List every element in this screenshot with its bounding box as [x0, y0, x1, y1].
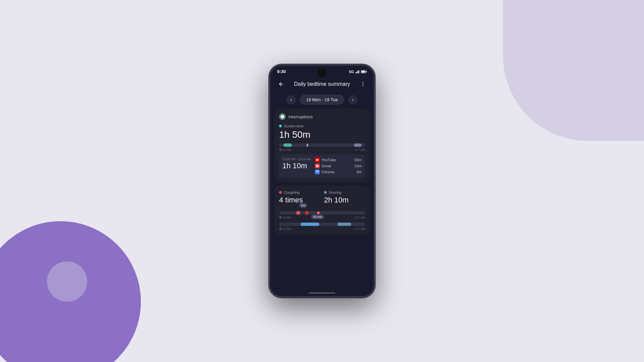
screen-time-bar — [279, 143, 365, 147]
interruptions-header: Interruptions — [279, 113, 365, 120]
snoring-col: Snoring 2h 10m — [324, 190, 365, 208]
screen-time-segment-1 — [283, 143, 292, 147]
screen-time-label-row: Screen time — [279, 124, 365, 128]
coughing-marker-1 — [296, 211, 300, 215]
youtube-time: 50m — [355, 158, 362, 162]
snoring-tooltip: 50 min — [311, 215, 324, 219]
coughing-label: Coughing — [284, 190, 300, 194]
status-time: 9:30 — [277, 69, 286, 74]
interruptions-icon — [279, 113, 286, 120]
screen-time-timeline-labels: 11 PM 7 AM — [279, 148, 365, 152]
coughing-dot-label — [279, 191, 282, 194]
coughing-value: 4 times — [279, 196, 320, 204]
interruptions-title: Interruptions — [288, 114, 313, 119]
snoring-timeline-bar: 50 min — [279, 223, 365, 226]
battery-icon — [361, 70, 367, 73]
snoring-value: 2h 10m — [324, 196, 365, 204]
more-button[interactable] — [358, 79, 368, 89]
svg-point-6 — [317, 171, 318, 172]
svg-point-5 — [363, 85, 364, 86]
coughing-snoring-headers: Coughing 4 times Snoring 2h 10m — [279, 190, 365, 208]
date-next-button[interactable] — [348, 95, 358, 105]
screen-time-dot — [279, 125, 282, 127]
app-list: YouTube 50m Gmail 15m — [315, 158, 362, 174]
screen-time-end-label: 7 AM — [355, 148, 365, 152]
status-icons: 5G — [349, 70, 367, 74]
bottom-gesture-bar — [309, 292, 335, 294]
chrome-time: 5m — [357, 170, 362, 174]
screen-time-start-label: 11 PM — [279, 148, 291, 152]
gmail-time: 15m — [355, 164, 362, 168]
top-bar: Daily bedtime summary — [270, 76, 374, 92]
screen-time-label: Screen time — [284, 124, 304, 128]
back-button[interactable] — [276, 79, 286, 89]
snoring-label: Snoring — [329, 190, 341, 194]
gmail-icon — [315, 164, 320, 168]
gmail-label: Gmail — [322, 164, 353, 168]
snoring-end-label: 7 AM — [355, 227, 365, 231]
date-navigation: 18 Mon - 19 Tue — [270, 92, 374, 109]
snoring-start-label: 11 PM — [279, 227, 291, 231]
screen-time-segment-2 — [307, 143, 308, 147]
svg-point-4 — [363, 84, 364, 85]
phone-frame: 9:30 5G Daily be — [268, 64, 376, 298]
coughing-marker-2 — [305, 211, 309, 215]
page-title: Daily bedtime summary — [294, 81, 350, 87]
screen-time-segment-3 — [354, 143, 362, 147]
youtube-label: YouTube — [322, 158, 353, 162]
signal-icon — [356, 70, 359, 73]
screen-time-detail-card: 11:00 PM - 12:10 AM 1h 10m YouTube 50m — [279, 154, 365, 178]
app-row-gmail: Gmail 15m — [315, 164, 362, 168]
detail-duration: 1h 10m — [282, 162, 311, 170]
coughing-label-row: Coughing — [279, 190, 320, 194]
app-row-youtube: YouTube 50m — [315, 158, 362, 162]
date-prev-button[interactable] — [286, 95, 296, 105]
youtube-icon — [315, 158, 320, 162]
interruptions-card: Interruptions Screen time 1h 50m — [274, 109, 370, 182]
camera-notch — [317, 68, 327, 78]
chrome-icon — [315, 170, 320, 174]
snoring-label-row: Snoring — [324, 190, 365, 194]
screen-time-value: 1h 50m — [279, 129, 365, 140]
coughing-marker-3 — [317, 212, 320, 214]
chrome-label: Chrome — [322, 170, 355, 174]
snoring-timeline-labels: 11 PM 7 AM — [279, 227, 365, 231]
coughing-tooltip: 5m — [299, 203, 307, 208]
bg-decoration-top-right — [503, 0, 644, 141]
app-row-chrome: Chrome 5m — [315, 170, 362, 174]
svg-rect-1 — [366, 71, 367, 72]
svg-rect-2 — [362, 71, 365, 72]
svg-point-3 — [363, 82, 364, 83]
coughing-start-label: 11 PM — [279, 216, 291, 219]
snoring-segment-1 — [301, 223, 319, 226]
coughing-end-label: 7 AM — [355, 216, 365, 219]
detail-time-block: 11:00 PM - 12:10 AM 1h 10m — [282, 158, 311, 174]
detail-time-range: 11:00 PM - 12:10 AM — [282, 158, 311, 161]
network-label: 5G — [349, 70, 354, 74]
snoring-segment-2 — [337, 223, 351, 226]
coughing-timeline-bar: 5m — [279, 211, 365, 215]
bg-decoration-left-circle — [47, 261, 87, 302]
date-range-pill[interactable]: 18 Mon - 19 Tue — [300, 95, 344, 105]
coughing-snoring-card: Coughing 4 times Snoring 2h 10m — [274, 186, 370, 235]
app-content: Daily bedtime summary 18 Mon - 19 Tue — [270, 76, 374, 294]
snoring-dot-label — [324, 191, 327, 194]
scroll-content[interactable]: Interruptions Screen time 1h 50m — [270, 109, 374, 286]
